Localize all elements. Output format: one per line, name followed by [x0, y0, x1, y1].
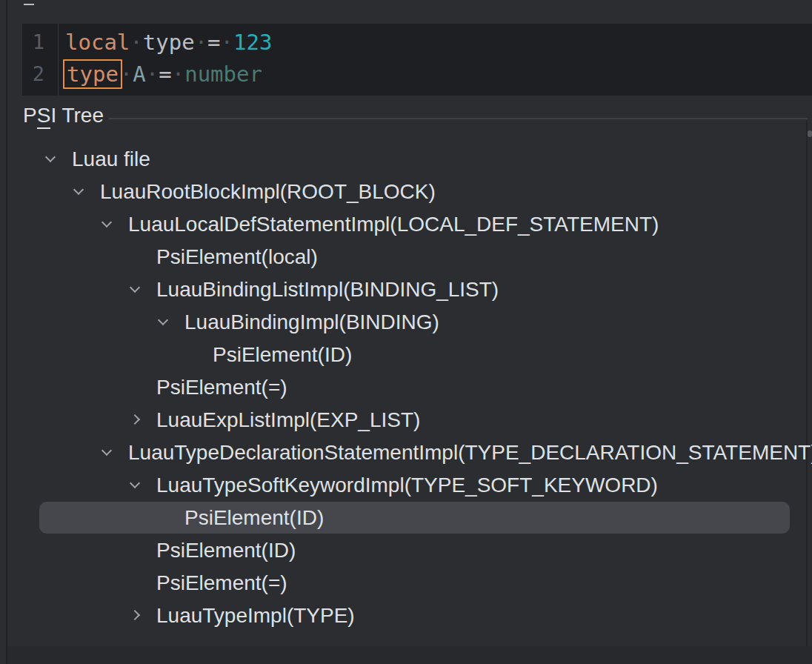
code-token: local: [65, 30, 130, 55]
tree-node-label: PsiElement(local): [156, 241, 318, 273]
psi-tree-row[interactable]: PsiElement(local): [0, 241, 812, 273]
label-char: e: [34, 0, 46, 3]
psi-tree: Luau fileLuauRootBlockImpl(ROOT_BLOCK)Lu…: [0, 143, 812, 632]
psi-tree-row[interactable]: LuauTypeImpl(TYPE): [0, 600, 812, 632]
bottom-panel-edge: [7, 646, 812, 664]
code-text[interactable]: type·A·=·number: [65, 62, 262, 87]
tree-node-label: LuauExpListImpl(EXP_LIST): [156, 404, 420, 436]
label-char: T: [24, 0, 34, 5]
code-token: ·: [221, 30, 233, 55]
tree-node-label: PsiElement(ID): [213, 339, 352, 371]
scrollbar-thumb[interactable]: [808, 130, 812, 137]
code-token: =: [207, 30, 220, 55]
label-char: S: [37, 104, 51, 129]
code-token: type: [143, 30, 195, 55]
label-char: x: [46, 0, 56, 3]
psi-tree-row[interactable]: PsiElement(ID): [0, 339, 812, 371]
text-section-label: Text: [24, 0, 61, 3]
label-char: t: [56, 0, 62, 3]
code-token: ·: [195, 30, 207, 55]
code-token: 123: [233, 30, 272, 55]
label-char: e: [92, 104, 104, 127]
chevron-right-icon[interactable]: [130, 414, 140, 425]
chevron-down-icon[interactable]: [73, 185, 84, 195]
tree-node-label: Luau file: [72, 143, 150, 176]
psi-tree-row[interactable]: LuauTypeDeclarationStatementImpl(TYPE_DE…: [0, 436, 812, 469]
editor-line[interactable]: 2type·A·=·number: [22, 58, 812, 90]
tree-node-label: LuauBindingImpl(BINDING): [184, 306, 439, 339]
code-token: ·: [130, 30, 142, 55]
tree-node-label: LuauLocalDefStatementImpl(LOCAL_DEF_STAT…: [128, 208, 659, 241]
chevron-down-icon[interactable]: [102, 217, 112, 228]
gutter-separator: [58, 24, 59, 96]
code-token: ·: [172, 62, 184, 87]
tree-node-label: PsiElement(ID): [184, 502, 324, 534]
tree-node-label: PsiElement(=): [156, 371, 287, 404]
chevron-down-icon[interactable]: [130, 282, 140, 293]
code-text[interactable]: local·type·=·123: [65, 30, 272, 55]
label-char: P: [23, 104, 37, 127]
chevron-down-icon[interactable]: [102, 445, 112, 456]
psi-tree-row[interactable]: LuauBindingListImpl(BINDING_LIST): [0, 273, 812, 306]
label-char: r: [74, 104, 81, 127]
code-token: ·: [146, 62, 159, 87]
editor[interactable]: 1local·type·=·1232type·A·=·number: [22, 24, 812, 96]
psi-tree-row[interactable]: Luau file: [0, 143, 812, 176]
psi-tree-row[interactable]: LuauLocalDefStatementImpl(LOCAL_DEF_STAT…: [0, 208, 812, 241]
label-char: T: [61, 104, 73, 127]
tree-node-label: LuauRootBlockImpl(ROOT_BLOCK): [100, 176, 436, 208]
psi-tree-row[interactable]: PsiElement(=): [0, 567, 812, 600]
label-char: I: [50, 104, 56, 127]
psi-tree-row[interactable]: LuauTypeSoftKeywordImpl(TYPE_SOFT_KEYWOR…: [0, 469, 812, 502]
caret-element-highlight: type: [63, 59, 122, 89]
psi-tree-section-label: PSI Tree: [23, 104, 104, 127]
tree-node-label: LuauTypeDeclarationStatementImpl(TYPE_DE…: [128, 436, 812, 469]
code-token: ·: [120, 62, 133, 87]
editor-line[interactable]: 1local·type·=·123: [22, 26, 812, 58]
label-char: e: [81, 104, 93, 127]
tree-node-label: PsiElement(ID): [156, 534, 296, 567]
code-token: A: [133, 62, 145, 87]
chevron-down-icon[interactable]: [158, 315, 168, 325]
chevron-down-icon[interactable]: [45, 152, 56, 162]
tree-node-label: LuauTypeSoftKeywordImpl(TYPE_SOFT_KEYWOR…: [156, 469, 658, 502]
psi-tree-row[interactable]: LuauExpListImpl(EXP_LIST): [0, 404, 812, 436]
line-number: 2: [22, 62, 58, 85]
tree-node-label: PsiElement(=): [156, 567, 287, 600]
tree-node-label: LuauBindingListImpl(BINDING_LIST): [156, 273, 499, 306]
psi-tree-row[interactable]: PsiElement(=): [0, 371, 812, 404]
psi-tree-row[interactable]: PsiElement(ID): [0, 534, 812, 567]
tree-selection-highlight: [39, 502, 790, 534]
code-token: number: [184, 62, 262, 87]
psi-tree-row[interactable]: PsiElement(ID): [0, 502, 812, 534]
tree-node-label: LuauTypeImpl(TYPE): [156, 600, 355, 632]
psi-tree-row[interactable]: LuauBindingImpl(BINDING): [0, 306, 812, 339]
chevron-down-icon[interactable]: [130, 478, 140, 488]
chevron-right-icon[interactable]: [130, 610, 140, 620]
line-number: 1: [22, 30, 58, 53]
psi-tree-row[interactable]: LuauRootBlockImpl(ROOT_BLOCK): [0, 176, 812, 208]
psi-tree-separator: [109, 118, 808, 119]
code-token: =: [159, 62, 171, 87]
